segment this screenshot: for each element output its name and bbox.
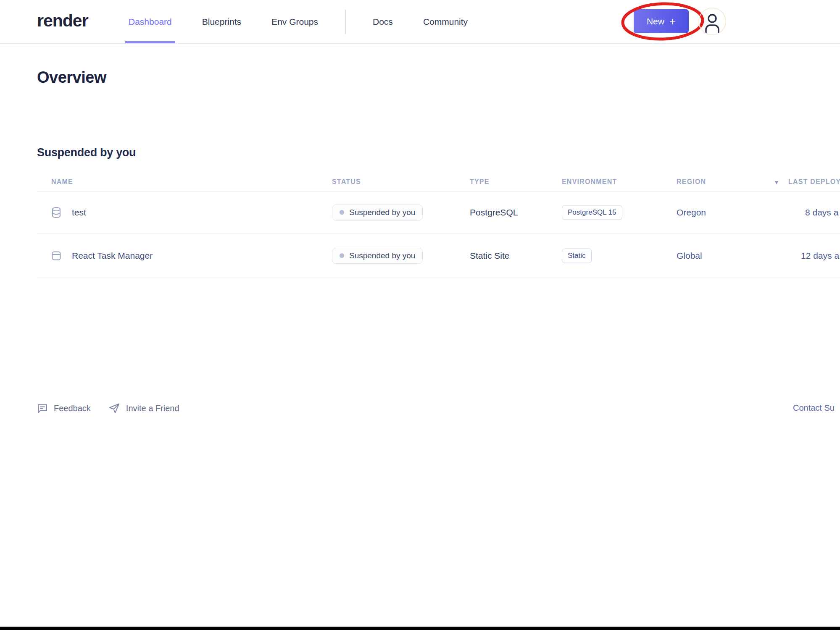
new-button-label: New <box>647 16 664 26</box>
service-region: Global <box>677 251 702 261</box>
service-region: Oregon <box>677 207 706 218</box>
service-name[interactable]: React Task Manager <box>72 251 153 261</box>
service-type: Static Site <box>470 251 510 261</box>
column-header-region: REGION <box>677 178 706 186</box>
invite-label: Invite a Friend <box>126 404 179 413</box>
status-badge: Suspended by you <box>332 248 423 264</box>
section-title: Suspended by you <box>37 146 136 159</box>
nav-item-docs[interactable]: Docs <box>369 0 396 43</box>
database-icon <box>51 207 61 218</box>
contact-support-link[interactable]: Contact Su <box>793 403 835 413</box>
service-type: PostgreSQL <box>470 207 518 218</box>
status-badge: Suspended by you <box>332 205 423 220</box>
column-header-status: STATUS <box>332 178 361 186</box>
service-name[interactable]: test <box>72 207 86 218</box>
main-nav: Dashboard Blueprints Env Groups Docs Com… <box>125 0 471 43</box>
invite-friend-link[interactable]: Invite a Friend <box>108 402 179 414</box>
render-logo[interactable]: render <box>37 11 88 31</box>
environment-badge: Static <box>562 248 592 263</box>
last-deploy: 8 days a <box>805 207 838 218</box>
paper-plane-icon <box>108 402 120 414</box>
plus-icon: + <box>669 16 676 27</box>
status-dot-icon <box>340 210 344 215</box>
nav-item-dashboard[interactable]: Dashboard <box>125 0 175 43</box>
status-dot-icon <box>340 253 344 258</box>
table-header-row: NAME STATUS TYPE ENVIRONMENT REGION ▼ LA… <box>37 172 840 192</box>
page-title: Overview <box>37 68 106 87</box>
column-header-environment: ENVIRONMENT <box>562 178 617 186</box>
footer-links: Feedback Invite a Friend <box>37 398 179 418</box>
top-navbar: render Dashboard Blueprints Env Groups D… <box>0 0 840 44</box>
nav-item-community[interactable]: Community <box>420 0 471 43</box>
window-bottom-edge <box>0 627 840 630</box>
table-row[interactable]: React Task Manager Suspended by you Stat… <box>37 234 840 278</box>
nav-item-blueprints[interactable]: Blueprints <box>199 0 245 43</box>
feedback-link[interactable]: Feedback <box>37 403 91 414</box>
sort-descending-icon[interactable]: ▼ <box>774 179 779 186</box>
static-site-icon <box>51 251 61 261</box>
table-row[interactable]: test Suspended by you PostgreSQL Postgre… <box>37 192 840 234</box>
column-header-type: TYPE <box>470 178 490 186</box>
column-header-last-deploy[interactable]: LAST DEPLOY <box>788 178 840 186</box>
render-dashboard: render Dashboard Blueprints Env Groups D… <box>0 0 840 630</box>
services-table: NAME STATUS TYPE ENVIRONMENT REGION ▼ LA… <box>37 172 840 278</box>
nav-divider <box>345 10 346 34</box>
nav-item-env-groups[interactable]: Env Groups <box>268 0 321 43</box>
feedback-label: Feedback <box>54 404 91 413</box>
status-label: Suspended by you <box>349 251 415 260</box>
person-icon <box>703 13 722 34</box>
user-avatar[interactable] <box>698 8 726 35</box>
feedback-bubble-icon <box>37 403 48 414</box>
status-label: Suspended by you <box>349 208 415 217</box>
new-button[interactable]: New + <box>634 9 689 33</box>
column-header-name: NAME <box>51 178 73 186</box>
environment-badge: PostgreSQL 15 <box>562 205 622 220</box>
last-deploy: 12 days a <box>801 251 839 261</box>
